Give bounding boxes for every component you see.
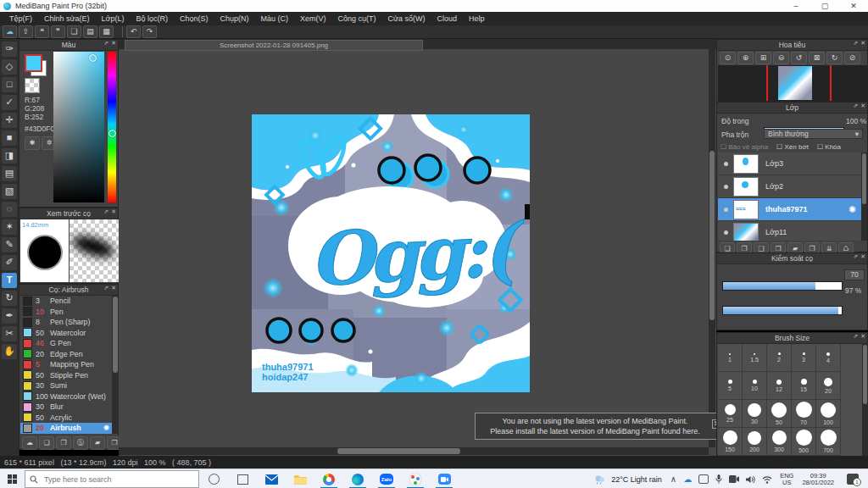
brush-row[interactable]: 50Acrylic <box>20 413 112 424</box>
shape-tool[interactable]: □ <box>2 77 17 92</box>
fit-window-icon[interactable]: ⊞ <box>755 52 771 64</box>
brush-row[interactable]: 100Watercolor (Wet) <box>20 391 112 402</box>
blend-mode-select[interactable]: Bình thường ▾ <box>764 129 863 139</box>
close-icon[interactable]: ✕ <box>111 285 116 291</box>
brush-row[interactable]: 3Pencil <box>20 296 112 307</box>
brush-script-icon[interactable]: Ⓢ <box>73 436 88 450</box>
brush-size-option[interactable]: 30 <box>743 400 767 428</box>
transparent-color-swatch[interactable] <box>25 78 40 93</box>
brush-row[interactable]: 10Pen <box>20 307 112 318</box>
sv-marker[interactable] <box>89 54 97 62</box>
brush-cloud-icon[interactable]: ☁ <box>22 436 37 450</box>
brush-size-option[interactable]: 20 <box>816 372 841 400</box>
teams-tray-icon[interactable] <box>698 474 709 484</box>
popout-icon[interactable]: ⇗ <box>853 103 858 109</box>
brush-size-scrollbar[interactable] <box>862 344 868 456</box>
hue-marker[interactable] <box>108 130 116 137</box>
select-pen-tool[interactable]: ✎ <box>2 237 17 252</box>
brush-row[interactable]: 30Blur <box>20 402 112 413</box>
brush-size-option[interactable]: 10 <box>743 372 767 400</box>
menu-window[interactable]: Cửa sổ(W) <box>382 12 431 25</box>
minimize-button[interactable]: – <box>782 0 810 12</box>
wifi-icon[interactable] <box>762 475 772 484</box>
brush-size-option[interactable]: 15 <box>792 372 816 400</box>
canvas-hscrollbar[interactable] <box>119 447 709 455</box>
layer-visibility-icon[interactable] <box>724 185 728 189</box>
brush-size-option[interactable]: 100 <box>816 400 841 428</box>
close-icon[interactable]: ✕ <box>111 40 116 47</box>
brush-size-option[interactable]: 3 <box>792 344 816 372</box>
brush-folder-icon[interactable]: ▰ <box>90 436 105 450</box>
menu-snap[interactable]: Chụp(N) <box>214 12 255 25</box>
brush-size-option[interactable]: 25 <box>718 400 743 428</box>
brush-size-value[interactable]: 70 <box>844 269 865 280</box>
popout-icon[interactable]: ⇗ <box>103 208 108 215</box>
redo-button[interactable]: ↷ <box>142 25 157 38</box>
foreground-color-swatch[interactable] <box>25 54 42 72</box>
brush-size-option[interactable]: 70 <box>792 400 816 428</box>
divide-tool[interactable]: ✂ <box>2 326 17 341</box>
brush-list-scrollbar[interactable] <box>112 296 119 434</box>
brush-row[interactable]: 20Edge Pen <box>20 349 112 360</box>
cloud-save-icon[interactable]: ☁ <box>3 25 17 38</box>
brush-size-option[interactable]: 500 <box>792 428 816 456</box>
menu-help[interactable]: Help <box>463 12 491 25</box>
speaker-icon[interactable] <box>746 475 755 484</box>
close-icon[interactable]: ✕ <box>860 333 865 340</box>
artwork-canvas[interactable]: Ogg:( thuha97971 hoidap247 <box>252 114 530 392</box>
canvas-vscrollbar[interactable] <box>709 49 715 447</box>
move-tool[interactable]: ✛ <box>2 113 17 128</box>
brush-duplicate-icon[interactable]: ❐ <box>56 436 71 450</box>
brush-row-selected[interactable]: 20Airbrush✺ <box>20 423 112 434</box>
zoom-spot-icon[interactable]: ⊙ <box>720 52 736 64</box>
chat-icon[interactable]: ❞ <box>51 25 65 38</box>
layer-settings-gear-icon[interactable]: ✺ <box>849 204 856 215</box>
cortana-icon[interactable] <box>203 470 224 488</box>
eraser-tool[interactable]: ◇ <box>2 59 17 75</box>
popout-icon[interactable]: ⇗ <box>853 253 858 260</box>
bucket-tool[interactable]: ◨ <box>2 148 17 164</box>
lasso-tool[interactable]: ◌ <box>2 202 17 217</box>
clock[interactable]: 09:3928/01/2022 <box>802 473 834 486</box>
gradient-tool[interactable]: ▤ <box>2 166 17 181</box>
menu-filter[interactable]: Bộ lọc(R) <box>130 12 174 25</box>
undo-button[interactable]: ↶ <box>126 25 141 38</box>
select-eraser-tool[interactable]: ✐ <box>2 255 17 270</box>
close-button[interactable]: ✕ <box>839 0 868 12</box>
brush-size-option[interactable]: 200 <box>743 428 767 456</box>
eyedropper-tool[interactable]: ✒ <box>2 308 17 324</box>
menu-color[interactable]: Màu (C) <box>255 12 295 25</box>
close-icon[interactable]: ✕ <box>111 208 116 215</box>
menu-select[interactable]: Chọn(S) <box>174 12 214 25</box>
camera-tray-icon[interactable] <box>729 475 739 483</box>
zoom-out-icon[interactable]: ⊖ <box>773 52 789 64</box>
brush-size-option[interactable]: 150 <box>718 428 743 456</box>
brush-row[interactable]: 50Stipple Pen <box>20 370 112 381</box>
chrome-app-icon[interactable] <box>319 470 339 488</box>
menu-tools[interactable]: Công cụ(T) <box>332 12 382 25</box>
select-pen-check-tool[interactable]: ✓ <box>2 95 17 110</box>
close-icon[interactable]: ✕ <box>860 103 865 109</box>
lock-checkbox[interactable]: ☐ Khóa <box>817 143 841 151</box>
menu-cloud[interactable]: Cloud <box>431 12 464 25</box>
saturation-value-picker[interactable] <box>53 52 104 202</box>
brush-tool[interactable]: ✑ <box>2 42 17 57</box>
mail-app-icon[interactable] <box>261 470 281 488</box>
panel-edit-icon[interactable]: ▦ <box>99 25 114 38</box>
task-view-icon[interactable] <box>232 470 253 488</box>
layer-row-selected[interactable]: ≈≈≈ thuha97971 ✺ <box>718 198 861 221</box>
brush-row[interactable]: 5Mapping Pen <box>20 359 112 370</box>
brush-size-option[interactable]: 50 <box>767 400 792 428</box>
lock-icon[interactable]: ⊘ <box>844 52 860 64</box>
brush-settings-gear-icon[interactable]: ✺ <box>103 424 109 432</box>
paint-app-icon[interactable] <box>405 470 426 488</box>
popout-icon[interactable]: ⇗ <box>853 40 858 47</box>
brush-row[interactable]: 50Watercolor <box>20 328 112 339</box>
weather-icon[interactable] <box>594 474 606 485</box>
brush-size-option[interactable]: 2 <box>767 344 792 372</box>
layer-row[interactable]: Lớp3 <box>718 152 861 175</box>
menu-edit[interactable]: Chỉnh sửa(E) <box>38 12 96 25</box>
layer-row[interactable]: Lớp2 <box>718 175 861 198</box>
menu-layer[interactable]: Lớp(L) <box>96 12 131 25</box>
publish-icon[interactable]: ⇧ <box>19 25 33 38</box>
